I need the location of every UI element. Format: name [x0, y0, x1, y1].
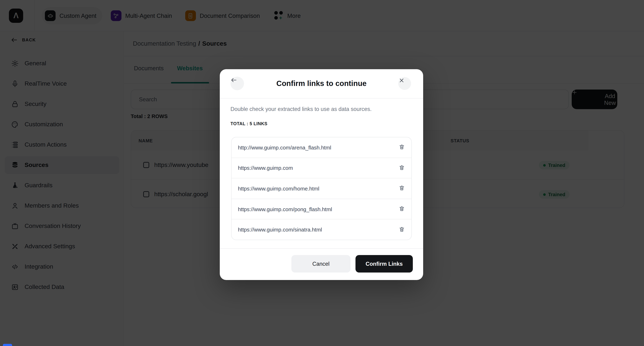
- list-item: https://www.guimp.com/pong_flash.html: [232, 199, 412, 219]
- delete-link-button[interactable]: [398, 185, 406, 192]
- delete-link-button[interactable]: [398, 226, 406, 233]
- delete-link-button[interactable]: [398, 164, 406, 171]
- list-item: https://www.guimp.com: [232, 157, 412, 178]
- modal-header: Confirm links to continue: [220, 69, 423, 98]
- trash-icon: [398, 226, 406, 233]
- link-url: http://www.guimp.com/arena_flash.html: [238, 144, 398, 150]
- delete-link-button[interactable]: [398, 206, 406, 213]
- link-url: https://www.guimp.com/sinatra.html: [238, 227, 398, 233]
- cancel-button[interactable]: Cancel: [291, 255, 350, 273]
- confirm-links-modal: Confirm links to continue Double check y…: [220, 69, 423, 280]
- chat-widget-peek[interactable]: [3, 344, 12, 346]
- trash-icon: [398, 144, 406, 151]
- list-item: https://www.guimp.com/home.html: [232, 178, 412, 199]
- modal-footer-divider: [220, 248, 423, 249]
- close-icon[interactable]: [398, 77, 411, 90]
- extracted-links-list: http://www.guimp.com/arena_flash.html ht…: [231, 137, 412, 240]
- link-url: https://www.guimp.com/pong_flash.html: [238, 206, 398, 212]
- trash-icon: [398, 164, 406, 171]
- modal-total-links-label: TOTAL : 5 LINKS: [230, 121, 268, 126]
- confirm-links-button[interactable]: Confirm Links: [356, 255, 413, 273]
- link-url: https://www.guimp.com/home.html: [238, 186, 398, 192]
- trash-icon: [398, 206, 406, 213]
- delete-link-button[interactable]: [398, 144, 406, 151]
- modal-description: Double check your extracted links to use…: [230, 106, 372, 112]
- list-item: https://www.guimp.com/sinatra.html: [232, 219, 412, 240]
- modal-title: Confirm links to continue: [220, 79, 423, 88]
- trash-icon: [398, 185, 406, 192]
- list-item: http://www.guimp.com/arena_flash.html: [232, 137, 412, 157]
- link-url: https://www.guimp.com: [238, 165, 398, 171]
